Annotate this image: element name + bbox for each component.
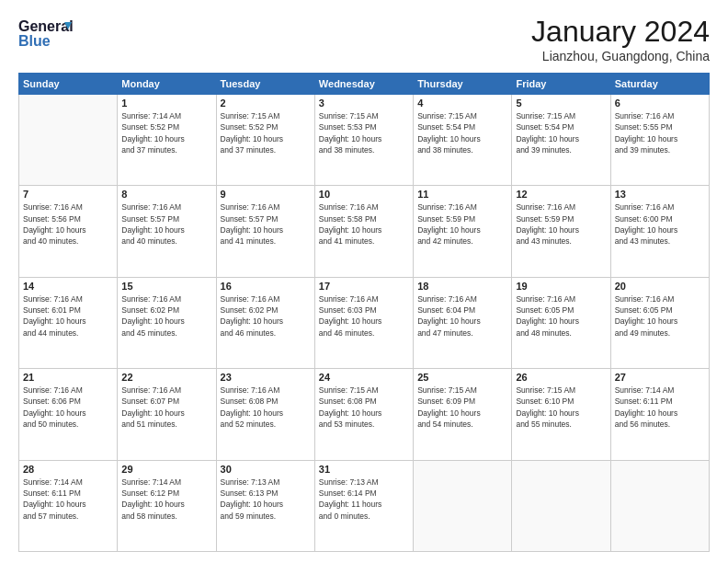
table-cell: 28Sunrise: 7:14 AM Sunset: 6:11 PM Dayli… — [19, 460, 118, 551]
week-row-3: 14Sunrise: 7:16 AM Sunset: 6:01 PM Dayli… — [19, 277, 710, 368]
table-cell: 7Sunrise: 7:16 AM Sunset: 5:56 PM Daylig… — [19, 186, 118, 277]
location: Lianzhou, Guangdong, China — [531, 49, 710, 63]
cell-info-text: Sunrise: 7:15 AM Sunset: 6:08 PM Dayligh… — [319, 385, 409, 430]
table-cell: 26Sunrise: 7:15 AM Sunset: 6:10 PM Dayli… — [512, 369, 610, 460]
cell-info-text: Sunrise: 7:16 AM Sunset: 5:59 PM Dayligh… — [516, 201, 606, 247]
cell-info-text: Sunrise: 7:14 AM Sunset: 5:52 PM Dayligh… — [121, 110, 211, 155]
header: General Blue January 2024 Lianzhou, Guan… — [18, 15, 710, 63]
col-sunday: Sunday — [19, 74, 118, 95]
table-cell: 23Sunrise: 7:16 AM Sunset: 6:08 PM Dayli… — [216, 369, 314, 460]
cell-date-number: 26 — [516, 372, 606, 383]
cell-date-number: 5 — [516, 98, 606, 109]
col-friday: Friday — [512, 74, 610, 95]
cell-info-text: Sunrise: 7:16 AM Sunset: 6:03 PM Dayligh… — [319, 293, 409, 339]
title-block: January 2024 Lianzhou, Guangdong, China — [531, 15, 710, 63]
cell-info-text: Sunrise: 7:15 AM Sunset: 5:54 PM Dayligh… — [417, 110, 507, 155]
cell-date-number: 18 — [417, 281, 507, 292]
table-cell — [414, 460, 512, 551]
logo: General Blue — [18, 15, 74, 53]
table-cell: 17Sunrise: 7:16 AM Sunset: 6:03 PM Dayli… — [314, 277, 413, 368]
table-cell: 27Sunrise: 7:14 AM Sunset: 6:11 PM Dayli… — [610, 369, 709, 460]
cell-info-text: Sunrise: 7:16 AM Sunset: 5:56 PM Dayligh… — [23, 201, 113, 247]
table-cell: 12Sunrise: 7:16 AM Sunset: 5:59 PM Dayli… — [512, 186, 610, 277]
cell-info-text: Sunrise: 7:16 AM Sunset: 6:06 PM Dayligh… — [23, 385, 113, 430]
cell-date-number: 3 — [319, 98, 409, 109]
cell-date-number: 23 — [221, 372, 311, 383]
cell-date-number: 14 — [23, 281, 113, 292]
table-cell: 15Sunrise: 7:16 AM Sunset: 6:02 PM Dayli… — [118, 277, 216, 368]
cell-info-text: Sunrise: 7:16 AM Sunset: 6:05 PM Dayligh… — [615, 293, 705, 339]
cell-date-number: 4 — [417, 98, 507, 109]
cell-date-number: 9 — [221, 189, 311, 200]
cell-date-number: 12 — [516, 189, 606, 200]
table-cell: 8Sunrise: 7:16 AM Sunset: 5:57 PM Daylig… — [118, 186, 216, 277]
table-cell: 2Sunrise: 7:15 AM Sunset: 5:52 PM Daylig… — [216, 95, 314, 186]
cell-info-text: Sunrise: 7:14 AM Sunset: 6:12 PM Dayligh… — [121, 477, 211, 522]
table-cell: 20Sunrise: 7:16 AM Sunset: 6:05 PM Dayli… — [610, 277, 709, 368]
col-thursday: Thursday — [414, 74, 512, 95]
cell-info-text: Sunrise: 7:16 AM Sunset: 6:07 PM Dayligh… — [121, 385, 211, 430]
cell-date-number: 28 — [23, 464, 113, 475]
cell-info-text: Sunrise: 7:16 AM Sunset: 6:04 PM Dayligh… — [417, 293, 507, 339]
week-row-1: 1Sunrise: 7:14 AM Sunset: 5:52 PM Daylig… — [19, 95, 710, 186]
table-cell: 1Sunrise: 7:14 AM Sunset: 5:52 PM Daylig… — [118, 95, 216, 186]
table-cell: 30Sunrise: 7:13 AM Sunset: 6:13 PM Dayli… — [216, 460, 314, 551]
table-cell: 25Sunrise: 7:15 AM Sunset: 6:09 PM Dayli… — [414, 369, 512, 460]
table-cell — [512, 460, 610, 551]
cell-info-text: Sunrise: 7:14 AM Sunset: 6:11 PM Dayligh… — [615, 385, 705, 430]
svg-text:Blue: Blue — [18, 33, 51, 49]
col-tuesday: Tuesday — [216, 74, 314, 95]
table-cell: 3Sunrise: 7:15 AM Sunset: 5:53 PM Daylig… — [314, 95, 413, 186]
table-cell: 5Sunrise: 7:15 AM Sunset: 5:54 PM Daylig… — [512, 95, 610, 186]
cell-date-number: 7 — [23, 189, 113, 200]
table-cell: 10Sunrise: 7:16 AM Sunset: 5:58 PM Dayli… — [314, 186, 413, 277]
table-cell: 31Sunrise: 7:13 AM Sunset: 6:14 PM Dayli… — [314, 460, 413, 551]
cell-info-text: Sunrise: 7:16 AM Sunset: 6:02 PM Dayligh… — [121, 293, 211, 339]
table-cell: 24Sunrise: 7:15 AM Sunset: 6:08 PM Dayli… — [314, 369, 413, 460]
cell-date-number: 22 — [121, 372, 211, 383]
cell-date-number: 11 — [417, 189, 507, 200]
cell-info-text: Sunrise: 7:15 AM Sunset: 6:09 PM Dayligh… — [417, 385, 507, 430]
calendar-table: Sunday Monday Tuesday Wednesday Thursday… — [18, 73, 710, 552]
logo-icon: General Blue — [18, 15, 74, 53]
table-cell: 16Sunrise: 7:16 AM Sunset: 6:02 PM Dayli… — [216, 277, 314, 368]
cell-info-text: Sunrise: 7:13 AM Sunset: 6:14 PM Dayligh… — [319, 477, 409, 522]
cell-date-number: 17 — [319, 281, 409, 292]
cell-info-text: Sunrise: 7:16 AM Sunset: 6:02 PM Dayligh… — [221, 293, 311, 339]
cell-date-number: 16 — [221, 281, 311, 292]
cell-date-number: 10 — [319, 189, 409, 200]
table-cell: 13Sunrise: 7:16 AM Sunset: 6:00 PM Dayli… — [610, 186, 709, 277]
cell-info-text: Sunrise: 7:16 AM Sunset: 5:58 PM Dayligh… — [319, 201, 409, 247]
col-monday: Monday — [118, 74, 216, 95]
cell-date-number: 27 — [615, 372, 705, 383]
cell-date-number: 21 — [23, 372, 113, 383]
cell-date-number: 19 — [516, 281, 606, 292]
cell-date-number: 31 — [319, 464, 409, 475]
calendar-header-row: Sunday Monday Tuesday Wednesday Thursday… — [19, 74, 710, 95]
cell-date-number: 8 — [121, 189, 211, 200]
cell-date-number: 30 — [221, 464, 311, 475]
cell-date-number: 15 — [121, 281, 211, 292]
cell-info-text: Sunrise: 7:16 AM Sunset: 6:01 PM Dayligh… — [23, 293, 113, 339]
table-cell — [610, 460, 709, 551]
cell-date-number: 6 — [615, 98, 705, 109]
month-title: January 2024 — [531, 15, 710, 49]
cell-info-text: Sunrise: 7:16 AM Sunset: 5:59 PM Dayligh… — [417, 201, 507, 247]
cell-info-text: Sunrise: 7:16 AM Sunset: 6:00 PM Dayligh… — [615, 201, 705, 247]
table-cell: 18Sunrise: 7:16 AM Sunset: 6:04 PM Dayli… — [414, 277, 512, 368]
page: General Blue January 2024 Lianzhou, Guan… — [0, 0, 728, 563]
cell-info-text: Sunrise: 7:15 AM Sunset: 5:54 PM Dayligh… — [516, 110, 606, 155]
cell-info-text: Sunrise: 7:16 AM Sunset: 6:05 PM Dayligh… — [516, 293, 606, 339]
table-cell: 21Sunrise: 7:16 AM Sunset: 6:06 PM Dayli… — [19, 369, 118, 460]
cell-date-number: 25 — [417, 372, 507, 383]
cell-date-number: 29 — [121, 464, 211, 475]
table-cell: 4Sunrise: 7:15 AM Sunset: 5:54 PM Daylig… — [414, 95, 512, 186]
table-cell: 9Sunrise: 7:16 AM Sunset: 5:57 PM Daylig… — [216, 186, 314, 277]
cell-info-text: Sunrise: 7:16 AM Sunset: 5:55 PM Dayligh… — [615, 110, 705, 155]
cell-date-number: 2 — [221, 98, 311, 109]
cell-info-text: Sunrise: 7:16 AM Sunset: 6:08 PM Dayligh… — [221, 385, 311, 430]
table-cell: 22Sunrise: 7:16 AM Sunset: 6:07 PM Dayli… — [118, 369, 216, 460]
col-saturday: Saturday — [610, 74, 709, 95]
svg-text:General: General — [18, 18, 74, 34]
week-row-5: 28Sunrise: 7:14 AM Sunset: 6:11 PM Dayli… — [19, 460, 710, 551]
